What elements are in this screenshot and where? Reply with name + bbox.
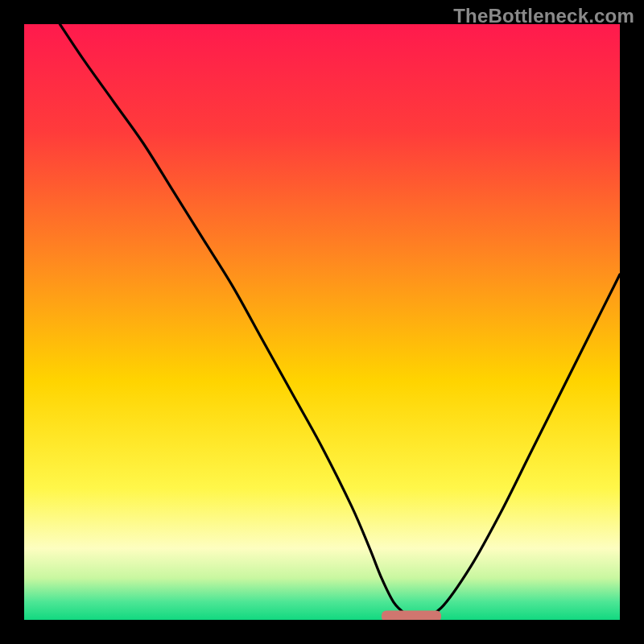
chart-frame: TheBottleneck.com — [0, 0, 644, 644]
watermark-text: TheBottleneck.com — [453, 5, 634, 27]
plot-svg — [24, 24, 620, 620]
gradient-background — [24, 24, 620, 620]
optimal-marker — [382, 611, 441, 620]
plot-area — [24, 24, 620, 620]
